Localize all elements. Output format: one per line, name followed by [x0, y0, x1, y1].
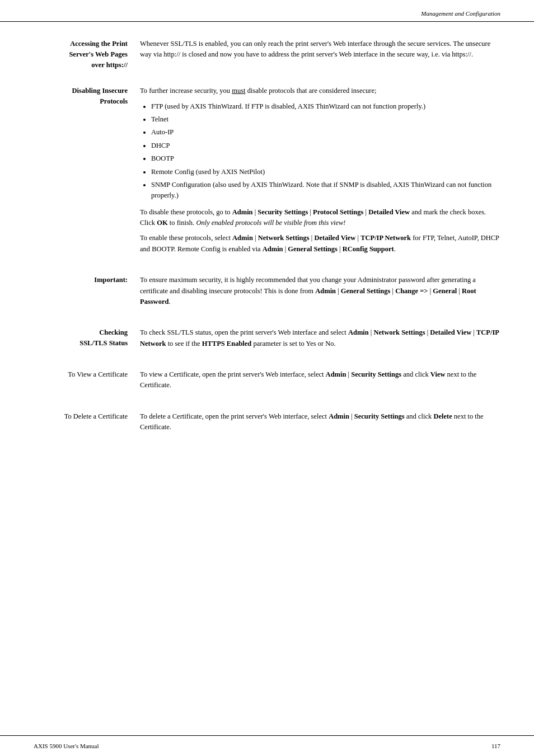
section-view-certificate: To View a Certificate To view a Certific…	[34, 369, 500, 396]
section-delete-certificate: To Delete a Certificate To delete a Cert…	[34, 411, 500, 438]
disabling-intro: To further increase security, you must d…	[140, 86, 500, 96]
page-content: Accessing the PrintServer's Web Pagesove…	[0, 22, 534, 470]
section-body-delete-cert: To delete a Certificate, open the print …	[140, 411, 500, 438]
important-text: To ensure maximum security, it is highly…	[140, 275, 500, 307]
protocols-list: FTP (used by AXIS ThinWizard. If FTP is …	[151, 101, 500, 201]
footer-manual-title: AXIS 5900 User's Manual	[34, 743, 99, 749]
disable-instructions: To disable these protocols, go to Admin …	[140, 207, 500, 229]
page-header: Management and Configuration	[0, 0, 534, 22]
must-text: must	[232, 87, 245, 95]
list-item-telnet: Telnet	[151, 114, 500, 125]
list-item-remoteconfig: Remote Config (used by AXIS NetPilot)	[151, 167, 500, 177]
section-body-important: To ensure maximum security, it is highly…	[140, 275, 500, 312]
view-cert-text: To view a Certificate, open the print se…	[140, 369, 500, 391]
list-item-autoip: Auto-IP	[151, 127, 500, 138]
section-label-accessing: Accessing the PrintServer's Web Pagesove…	[34, 39, 140, 70]
section-label-delete-cert: To Delete a Certificate	[34, 411, 140, 438]
page-footer: AXIS 5900 User's Manual 117	[0, 735, 534, 756]
section-body-checking-ssl: To check SSL/TLS status, open the print …	[140, 327, 500, 354]
list-item-bootp: BOOTP	[151, 153, 500, 164]
section-label-checking-ssl: CheckingSSL/TLS Status	[34, 327, 140, 354]
checking-ssl-text: To check SSL/TLS status, open the print …	[140, 327, 500, 349]
enable-instructions: To enable these protocols, select Admin …	[140, 233, 500, 255]
list-item-snmp: SNMP Configuration (also used by AXIS Th…	[151, 180, 500, 201]
section-important: Important: To ensure maximum security, i…	[34, 275, 500, 312]
section-body-disabling: To further increase security, you must d…	[140, 86, 500, 259]
section-checking-ssl: CheckingSSL/TLS Status To check SSL/TLS …	[34, 327, 500, 354]
list-item-ftp: FTP (used by AXIS ThinWizard. If FTP is …	[151, 101, 500, 112]
accessing-text: Whenever SSL/TLS is enabled, you can onl…	[140, 39, 500, 60]
section-accessing-print-server: Accessing the PrintServer's Web Pagesove…	[34, 39, 500, 70]
section-body-accessing: Whenever SSL/TLS is enabled, you can onl…	[140, 39, 500, 70]
page: Management and Configuration Accessing t…	[0, 0, 534, 756]
delete-cert-text: To delete a Certificate, open the print …	[140, 411, 500, 433]
section-body-view-cert: To view a Certificate, open the print se…	[140, 369, 500, 396]
section-disabling-insecure: Disabling InsecureProtocols To further i…	[34, 86, 500, 259]
section-label-disabling: Disabling InsecureProtocols	[34, 86, 140, 259]
footer-page-number: 117	[491, 743, 500, 749]
section-label-view-cert: To View a Certificate	[34, 369, 140, 396]
section-label-important: Important:	[34, 275, 140, 312]
header-title: Management and Configuration	[421, 10, 500, 17]
list-item-dhcp: DHCP	[151, 140, 500, 151]
